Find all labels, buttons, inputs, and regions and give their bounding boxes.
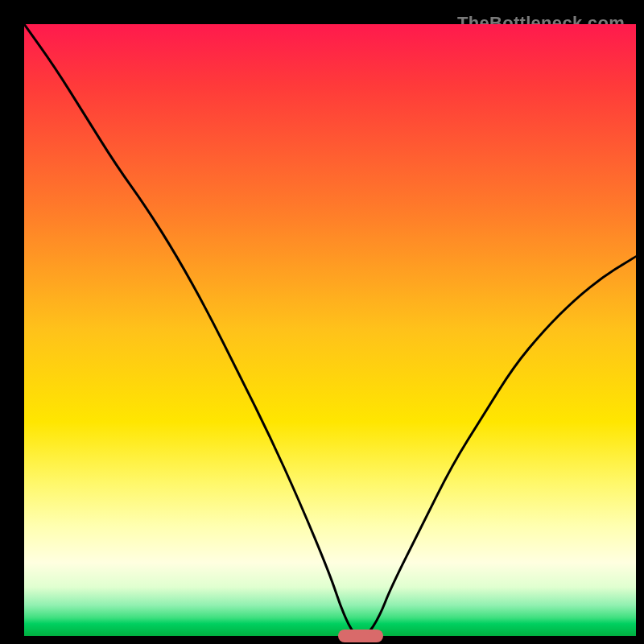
bottleneck-curve — [24, 24, 636, 636]
chart-frame: TheBottleneck.com — [8, 8, 636, 636]
optimal-marker-icon — [338, 630, 383, 642]
plot-area — [24, 24, 636, 636]
